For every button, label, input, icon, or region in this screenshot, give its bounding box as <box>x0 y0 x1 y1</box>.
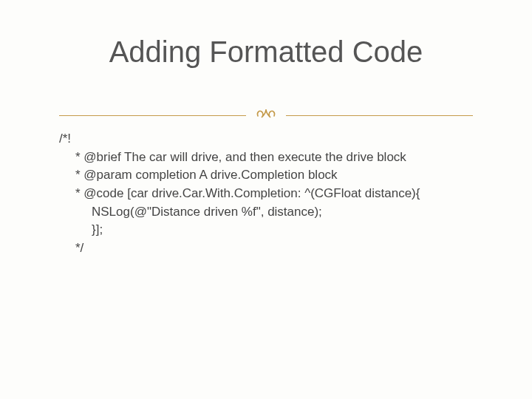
slide-title: Adding Formatted Code <box>0 35 532 69</box>
code-line: /*! <box>59 130 473 149</box>
slide: Adding Formatted Code /*! * @brief The c… <box>0 0 532 399</box>
code-line: }]; <box>59 221 473 239</box>
code-line: */ <box>59 239 473 258</box>
code-line: * @code [car drive.Car.With.Completion: … <box>59 185 473 203</box>
code-line: * @param completion A drive.Completion b… <box>59 166 473 185</box>
code-line: NSLog(@"Distance driven %f", distance); <box>59 203 473 222</box>
decorative-divider <box>59 105 473 126</box>
flourish-icon <box>246 106 286 128</box>
divider-line-left <box>59 115 246 116</box>
code-line: * @brief The car will drive, and then ex… <box>59 149 473 167</box>
code-block: /*! * @brief The car will drive, and the… <box>59 130 473 257</box>
divider-line-right <box>286 115 473 116</box>
